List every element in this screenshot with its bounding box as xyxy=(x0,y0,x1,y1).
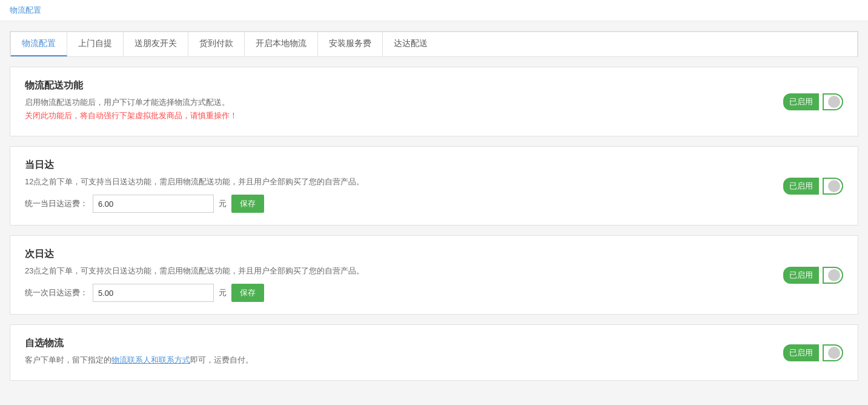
next-day-fee-label: 统一次日达运费： xyxy=(25,287,88,298)
card-self-logistics-desc: 客户下单时，留下指定的物流联系人和联系方式即可，运费自付。 xyxy=(25,355,843,366)
card-next-day-toggle-area: 已启用 xyxy=(783,267,843,284)
same-day-save-button[interactable]: 保存 xyxy=(231,195,264,213)
card-self-logistics-toggle-area: 已启用 xyxy=(783,344,843,361)
card-logistics-warning: 关闭此功能后，将自动强行下架虚拟批发商品，请慎重操作！ xyxy=(25,110,843,121)
breadcrumb-bar: 物流配置 xyxy=(0,0,868,21)
next-day-fee-unit: 元 xyxy=(219,287,227,298)
card-logistics-toggle-area: 已启用 xyxy=(783,93,843,110)
same-day-fee-unit: 元 xyxy=(219,198,227,209)
card-self-logistics: 自选物流 客户下单时，留下指定的物流联系人和联系方式即可，运费自付。 已启用 xyxy=(10,324,858,381)
self-logistics-toggle-knob xyxy=(828,347,840,359)
tabs-wrapper: 物流配置 上门自提 送朋友开关 货到付款 开启本地物流 安装服务费 达达配送 xyxy=(10,31,858,57)
self-logistics-toggle-wrap[interactable]: 已启用 xyxy=(783,344,843,361)
card-same-day-desc: 12点之前下单，可支持当日送达功能，需启用物流配送功能，并且用户全部购买了您的自… xyxy=(25,176,843,187)
card-next-day-title: 次日达 xyxy=(25,248,843,261)
same-day-fee-label: 统一当日达运费： xyxy=(25,198,88,209)
logistics-contact-link[interactable]: 物流联系人和联系方式 xyxy=(111,355,190,364)
card-next-day-desc: 23点之前下单，可支持次日送达功能，需启用物流配送功能，并且用户全部购买了您的自… xyxy=(25,266,843,276)
same-day-toggle-switch[interactable] xyxy=(823,178,843,195)
card-same-day-toggle-area: 已启用 xyxy=(783,178,843,195)
tab-dada[interactable]: 达达配送 xyxy=(383,32,439,56)
logistics-toggle-switch[interactable] xyxy=(823,93,843,110)
card-next-day: 次日达 23点之前下单，可支持次日送达功能，需启用物流配送功能，并且用户全部购买… xyxy=(10,235,858,315)
card-self-logistics-title: 自选物流 xyxy=(25,337,843,350)
next-day-toggle-knob xyxy=(828,269,840,281)
tab-local-logistics[interactable]: 开启本地物流 xyxy=(245,32,318,56)
same-day-fee-input[interactable] xyxy=(93,195,214,213)
self-logistics-toggle-switch[interactable] xyxy=(823,344,843,361)
tab-install-fee[interactable]: 安装服务费 xyxy=(318,32,383,56)
card-same-day: 当日达 12点之前下单，可支持当日送达功能，需启用物流配送功能，并且用户全部购买… xyxy=(10,146,858,226)
tab-friend-delivery[interactable]: 送朋友开关 xyxy=(124,32,188,56)
card-same-day-fee-row: 统一当日达运费： 元 保存 xyxy=(25,195,843,213)
same-day-toggle-knob xyxy=(828,180,840,192)
card-logistics-title: 物流配送功能 xyxy=(25,79,843,92)
same-day-toggle-wrap[interactable]: 已启用 xyxy=(783,178,843,195)
self-logistics-toggle-label: 已启用 xyxy=(783,344,819,361)
tab-cod[interactable]: 货到付款 xyxy=(188,32,245,56)
next-day-fee-input[interactable] xyxy=(93,284,214,302)
card-same-day-title: 当日达 xyxy=(25,159,843,172)
main-content: 物流配置 上门自提 送朋友开关 货到付款 开启本地物流 安装服务费 达达配送 物… xyxy=(0,21,868,400)
logistics-toggle-knob xyxy=(828,96,840,108)
next-day-save-button[interactable]: 保存 xyxy=(231,284,264,302)
card-logistics: 物流配送功能 启用物流配送功能后，用户下订单才能选择物流方式配送。 关闭此功能后… xyxy=(10,67,858,136)
next-day-toggle-wrap[interactable]: 已启用 xyxy=(783,267,843,284)
tab-self-pickup[interactable]: 上门自提 xyxy=(67,32,124,56)
breadcrumb-link[interactable]: 物流配置 xyxy=(10,5,41,15)
tabs-container: 物流配置 上门自提 送朋友开关 货到付款 开启本地物流 安装服务费 达达配送 xyxy=(10,32,858,56)
logistics-toggle-label: 已启用 xyxy=(783,93,819,110)
tab-logistics[interactable]: 物流配置 xyxy=(11,32,67,56)
card-next-day-fee-row: 统一次日达运费： 元 保存 xyxy=(25,284,843,302)
card-logistics-desc: 启用物流配送功能后，用户下订单才能选择物流方式配送。 xyxy=(25,97,843,108)
next-day-toggle-switch[interactable] xyxy=(823,267,843,284)
logistics-toggle-wrap[interactable]: 已启用 xyxy=(783,93,843,110)
same-day-toggle-label: 已启用 xyxy=(783,178,819,195)
next-day-toggle-label: 已启用 xyxy=(783,267,819,284)
